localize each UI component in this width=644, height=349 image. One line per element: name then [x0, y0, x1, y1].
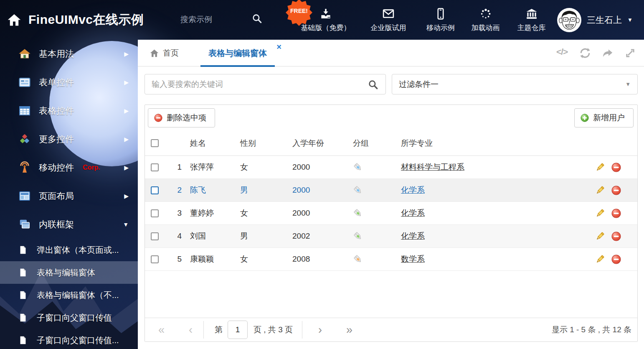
major-link[interactable]: 化学系: [401, 209, 425, 217]
tab-toolbar-icons: </>: [556, 40, 636, 66]
app-title: FineUIMvc在线示例: [28, 11, 144, 28]
minus-circle-icon: [154, 113, 163, 122]
column-header-group[interactable]: 分组: [353, 138, 401, 149]
sidebar-subitem-child-to-parent[interactable]: 子窗口向父窗口传值: [0, 306, 138, 329]
house-icon: [18, 48, 31, 60]
search-icon[interactable]: [251, 13, 262, 24]
tag-icon: [353, 231, 363, 241]
spinner-icon: [479, 8, 492, 20]
sidebar-item-inline-frame[interactable]: 内联框架 ▼: [0, 210, 138, 239]
major-link[interactable]: 数学系: [401, 255, 425, 263]
delete-row-icon[interactable]: [611, 231, 621, 242]
user-menu[interactable]: 三生石上 ▼: [557, 0, 633, 40]
header-nav: 基础版（免费） 企业版试用 移动示例 加载动画 主题仓库: [292, 0, 555, 40]
caret-down-icon: ▼: [123, 221, 129, 228]
prev-page-button[interactable]: ‹: [189, 324, 193, 336]
delete-row-icon[interactable]: [611, 254, 621, 265]
filter-dropdown[interactable]: 过滤条件一 ▼: [392, 74, 638, 94]
sidebar-item-basic-usage[interactable]: 基本用法 ▶: [0, 40, 138, 68]
edit-pencil-icon[interactable]: [595, 162, 605, 173]
refresh-icon[interactable]: [579, 47, 591, 59]
sidebar-item-grid-controls[interactable]: 表格控件 ▶: [0, 97, 138, 125]
delete-row-icon[interactable]: [611, 185, 621, 196]
app-root: FineUIMvc在线示例 FREE! 基础版（免费） 企业版试用 移动示例: [0, 0, 644, 349]
filter-selected-value: 过滤条件一: [399, 79, 625, 90]
major-link[interactable]: 化学系: [401, 186, 425, 194]
table-row[interactable]: 4 刘国 男 2002 化学系: [145, 225, 637, 248]
edit-pencil-icon[interactable]: [595, 208, 605, 219]
sidebar-item-page-layout[interactable]: 页面布局 ▶: [0, 182, 138, 210]
layout-icon: [18, 190, 31, 202]
sidebar-subitem-popup-window[interactable]: 弹出窗体（本页面或...: [0, 239, 138, 261]
nav-item-basic-edition[interactable]: 基础版（免费）: [292, 0, 359, 40]
row-checkbox[interactable]: [151, 232, 159, 240]
sidebar-item-more-controls[interactable]: 更多控件 ▶: [0, 125, 138, 153]
nav-label: 主题仓库: [517, 23, 546, 33]
search-icon[interactable]: [368, 79, 378, 90]
delete-selected-button[interactable]: 删除选中项: [148, 108, 215, 127]
header-search-input[interactable]: [180, 13, 247, 27]
nav-item-enterprise-trial[interactable]: 企业版试用: [359, 0, 418, 40]
app-logo[interactable]: FineUIMvc在线示例: [7, 0, 144, 40]
row-checkbox[interactable]: [151, 186, 159, 194]
expand-icon[interactable]: [624, 47, 636, 59]
bank-icon: [525, 8, 538, 20]
delete-row-icon[interactable]: [611, 162, 621, 173]
form-icon: [18, 76, 31, 89]
tag-icon: [353, 185, 363, 195]
caret-down-icon: ▼: [627, 17, 633, 23]
sidebar-subitem-child-to-parent-alt[interactable]: 子窗口向父窗口传值...: [0, 329, 138, 349]
keyword-search-input[interactable]: [145, 74, 386, 94]
edit-pencil-icon[interactable]: [595, 185, 605, 196]
nav-label: 加载动画: [472, 23, 500, 33]
page-icon: [18, 268, 28, 277]
tab-home[interactable]: 首页: [150, 40, 179, 66]
row-checkbox[interactable]: [151, 255, 159, 263]
first-page-button[interactable]: «: [158, 324, 165, 336]
table-row[interactable]: 3 董婷婷 女 2000 化学系: [145, 202, 637, 225]
page-number-input[interactable]: [228, 321, 248, 339]
share-arrow-icon[interactable]: [601, 47, 614, 59]
sidebar-subitem-grid-edit-window-alt[interactable]: 表格与编辑窗体（不...: [0, 284, 138, 306]
major-link[interactable]: 材料科学与工程系: [401, 163, 464, 171]
column-header-year[interactable]: 入学年份: [292, 138, 353, 149]
nav-item-loading-animation[interactable]: 加载动画: [464, 0, 507, 40]
view-source-icon[interactable]: </>: [556, 47, 569, 59]
edit-pencil-icon[interactable]: [595, 254, 605, 265]
column-header-name[interactable]: 姓名: [190, 138, 240, 149]
tab-grid-edit-window[interactable]: 表格与编辑窗体 ×: [200, 40, 275, 66]
table-icon: [18, 104, 31, 117]
chevron-right-icon: ▶: [124, 193, 129, 199]
caret-down-icon: ▼: [625, 81, 631, 87]
row-checkbox[interactable]: [151, 163, 159, 171]
sidebar-item-mobile-controls[interactable]: 移动控件 Corp. ▶: [0, 153, 138, 182]
major-link[interactable]: 化学系: [401, 232, 425, 240]
next-page-button[interactable]: ›: [318, 324, 322, 336]
last-page-button[interactable]: »: [346, 324, 352, 336]
close-icon[interactable]: ×: [276, 43, 281, 51]
nav-item-theme-repo[interactable]: 主题仓库: [507, 0, 555, 40]
grid-panel: 删除选中项 新增用户 姓名 性别 入学年份 分组 所学专业 1: [145, 104, 638, 342]
sidebar: 基本用法 ▶ 表单控件 ▶ 表格控件 ▶ 更多控件 ▶ 移动控件 Corp. ▶…: [0, 40, 138, 349]
column-header-gender[interactable]: 性别: [240, 138, 292, 149]
delete-row-icon[interactable]: [611, 208, 621, 219]
row-checkbox[interactable]: [151, 209, 159, 217]
select-all-checkbox[interactable]: [151, 139, 159, 147]
sidebar-item-form-controls[interactable]: 表单控件 ▶: [0, 68, 138, 97]
avatar: [557, 8, 581, 32]
add-user-button[interactable]: 新增用户: [574, 108, 634, 127]
page-icon: [18, 290, 28, 300]
column-header-major[interactable]: 所学专业: [401, 138, 591, 149]
nav-label: 基础版（免费）: [301, 23, 351, 33]
grid-toolbar: 删除选中项 新增用户: [145, 105, 637, 131]
table-row[interactable]: 1 张萍萍 女 2000 材料科学与工程系: [145, 156, 637, 179]
download-icon: [319, 8, 332, 20]
home-icon: [150, 48, 159, 58]
antenna-icon: [18, 161, 31, 174]
table-row-selected[interactable]: 2 陈飞 男 2000 化学系: [145, 179, 637, 202]
sidebar-subitem-grid-edit-window[interactable]: 表格与编辑窗体: [0, 261, 138, 284]
page-icon: [18, 336, 28, 345]
table-row[interactable]: 5 康颖颖 女 2008 数学系: [145, 248, 637, 271]
nav-item-mobile-demo[interactable]: 移动示例: [418, 0, 464, 40]
edit-pencil-icon[interactable]: [595, 231, 605, 242]
